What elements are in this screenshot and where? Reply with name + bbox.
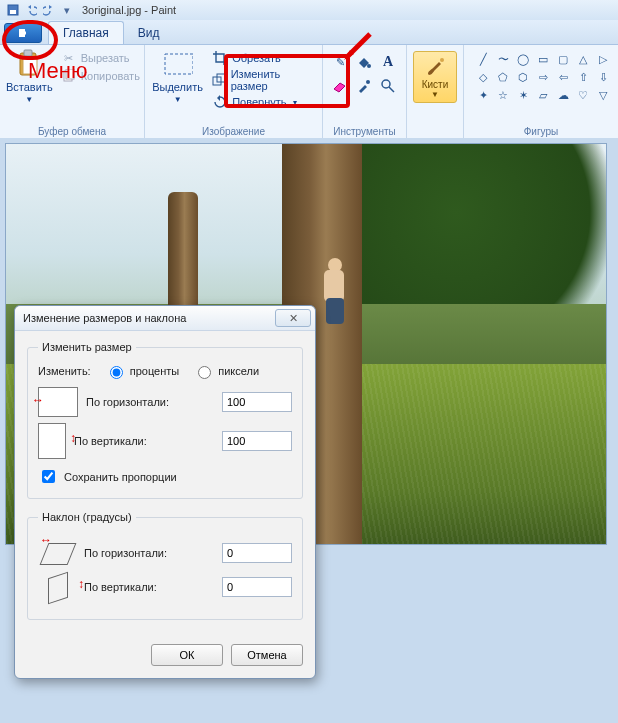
resize-legend: Изменить размер	[38, 341, 136, 353]
svg-rect-8	[165, 54, 193, 74]
group-tools-label: Инструменты	[329, 124, 400, 139]
quick-access-toolbar: ▾	[6, 3, 74, 17]
undo-icon[interactable]	[24, 3, 38, 17]
magnifier-icon[interactable]	[377, 75, 399, 97]
pentagon-icon[interactable]: ⬠	[494, 69, 512, 85]
group-image-label: Изображение	[151, 124, 316, 139]
scissors-icon: ✂	[61, 50, 77, 66]
shapes-gallery[interactable]: ╱ 〜 ◯ ▭ ▢ △ ▷ ◇ ⬠ ⬡ ⇨ ⇦ ⇧ ⇩ ✦ ☆ ✶ ▱ ☁ ♡	[470, 47, 612, 103]
tab-home[interactable]: Главная	[48, 21, 124, 44]
resize-button[interactable]: Изменить размер	[208, 67, 316, 93]
crop-label: Обрезать	[232, 52, 281, 64]
star6-icon[interactable]: ✶	[514, 87, 532, 103]
group-image: Выделить ▼ Обрезать Изменить размер Пове…	[145, 45, 323, 139]
selection-icon	[163, 49, 193, 79]
arrow-right-icon[interactable]: ⇨	[534, 69, 552, 85]
oval-icon[interactable]: ◯	[514, 51, 532, 67]
paste-button[interactable]: Вставить ▼	[6, 47, 53, 104]
svg-point-11	[367, 64, 371, 68]
file-menu-button[interactable]	[4, 23, 42, 43]
svg-point-14	[440, 58, 444, 62]
resize-label: Изменить размер	[231, 68, 312, 92]
skew-h-icon: ↔	[38, 539, 76, 567]
curve-icon[interactable]: 〜	[494, 51, 512, 67]
brushes-label: Кисти	[422, 79, 449, 90]
skew-v-icon: ↕	[38, 573, 76, 601]
skew-legend: Наклон (градусы)	[38, 511, 136, 523]
arrow-down-icon[interactable]: ⇩	[594, 69, 612, 85]
ribbon: Вставить ▼ ✂ Вырезать Копировать Буфер о…	[0, 44, 618, 140]
save-icon[interactable]	[6, 3, 20, 17]
redo-icon[interactable]	[42, 3, 56, 17]
tab-view[interactable]: Вид	[124, 22, 174, 44]
star5-icon[interactable]: ☆	[494, 87, 512, 103]
rect-icon[interactable]: ▭	[534, 51, 552, 67]
text-icon[interactable]: A	[377, 51, 399, 73]
percent-radio[interactable]: проценты	[105, 363, 180, 379]
resize-icon	[212, 72, 227, 88]
resize-fieldset: Изменить размер Изменить: проценты пиксе…	[27, 341, 303, 499]
skew-v-label: По вертикали:	[84, 581, 214, 593]
diamond-icon[interactable]: ◇	[474, 69, 492, 85]
percent-radio-label: проценты	[130, 365, 180, 377]
skew-h-label: По горизонтали:	[84, 547, 214, 559]
horiz-label: По горизонтали:	[86, 396, 214, 408]
line-icon[interactable]: ╱	[474, 51, 492, 67]
pixels-radio[interactable]: пиксели	[193, 363, 259, 379]
arrow-left-icon[interactable]: ⇦	[554, 69, 572, 85]
close-button[interactable]: ✕	[275, 309, 311, 327]
cut-label: Вырезать	[81, 52, 130, 64]
eyedropper-icon[interactable]	[353, 75, 375, 97]
clipboard-icon	[14, 49, 44, 79]
group-tools: ✎ A Инструменты	[323, 45, 407, 139]
cut-button[interactable]: ✂ Вырезать	[57, 49, 144, 67]
pencil-icon[interactable]: ✎	[329, 51, 351, 73]
cloud-icon[interactable]: ☁	[554, 87, 572, 103]
ribbon-tabs: Главная Вид	[0, 20, 618, 44]
vertical-icon: ↕	[38, 423, 66, 459]
svg-rect-5	[23, 58, 37, 74]
resize-horizontal-input[interactable]	[222, 392, 292, 412]
fill-icon[interactable]	[353, 51, 375, 73]
close-icon: ✕	[289, 312, 298, 325]
rotate-icon	[212, 94, 228, 110]
lightning-icon[interactable]: ▽	[594, 87, 612, 103]
resize-skew-dialog: Изменение размеров и наклона ✕ Изменить …	[14, 305, 316, 679]
star4-icon[interactable]: ✦	[474, 87, 492, 103]
hexagon-icon[interactable]: ⬡	[514, 69, 532, 85]
dialog-titlebar[interactable]: Изменение размеров и наклона ✕	[15, 306, 315, 331]
svg-rect-7	[66, 69, 74, 79]
polygon-icon[interactable]: △	[574, 51, 592, 67]
eraser-icon[interactable]	[329, 75, 351, 97]
skew-fieldset: Наклон (градусы) ↔ По горизонтали: ↕ По …	[27, 511, 303, 620]
vert-label: По вертикали:	[74, 435, 214, 447]
skew-vertical-input[interactable]	[222, 577, 292, 597]
callout-icon[interactable]: ▱	[534, 87, 552, 103]
resize-vertical-input[interactable]	[222, 431, 292, 451]
group-shapes: ╱ 〜 ◯ ▭ ▢ △ ▷ ◇ ⬠ ⬡ ⇨ ⇦ ⇧ ⇩ ✦ ☆ ✶ ▱ ☁ ♡	[464, 45, 618, 139]
group-shapes-label: Фигуры	[470, 124, 612, 139]
keep-aspect-checkbox[interactable]	[42, 470, 55, 483]
chevron-down-icon: ▼	[431, 90, 439, 99]
qat-dropdown-icon[interactable]: ▾	[60, 3, 74, 17]
crop-button[interactable]: Обрезать	[208, 49, 316, 67]
triangle-icon[interactable]: ▷	[594, 51, 612, 67]
heart-icon[interactable]: ♡	[574, 87, 592, 103]
copy-button[interactable]: Копировать	[57, 67, 144, 85]
rotate-button[interactable]: Повернуть ▾	[208, 93, 316, 111]
svg-point-12	[366, 80, 370, 84]
percent-radio-input[interactable]	[110, 366, 123, 379]
roundrect-icon[interactable]: ▢	[554, 51, 572, 67]
cancel-button[interactable]: Отмена	[231, 644, 303, 666]
rotate-label: Повернуть	[232, 96, 286, 108]
brush-icon	[423, 55, 447, 79]
svg-rect-1	[10, 10, 16, 14]
pixels-radio-input[interactable]	[198, 366, 211, 379]
select-button[interactable]: Выделить ▼	[151, 47, 204, 104]
ok-button[interactable]: ОК	[151, 644, 223, 666]
brushes-button[interactable]: Кисти ▼	[413, 51, 457, 103]
skew-horizontal-input[interactable]	[222, 543, 292, 563]
chevron-down-icon: ▼	[174, 95, 182, 104]
svg-point-13	[382, 80, 390, 88]
arrow-up-icon[interactable]: ⇧	[574, 69, 592, 85]
